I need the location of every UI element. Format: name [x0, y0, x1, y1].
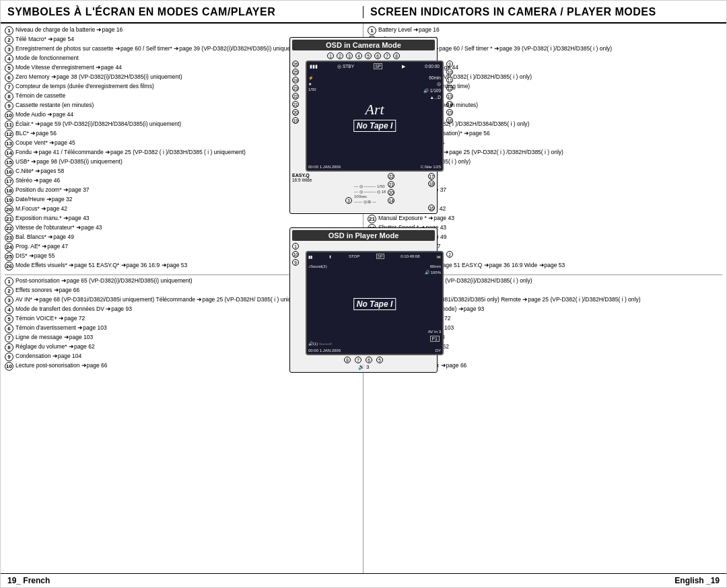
- item-number: 14: [5, 149, 13, 157]
- pl-sound: ♪Sound(2): [308, 264, 327, 268]
- player-top-nums: 1: [292, 243, 435, 250]
- item-text: Battery Level ➜page 16: [378, 26, 722, 34]
- cam-100p: ◎: [423, 81, 441, 87]
- item-number: 3: [5, 296, 13, 305]
- cam-n22: 22: [292, 93, 299, 100]
- pl-time: 0:10:48:08: [401, 254, 419, 258]
- player-bottom-bar: 00:00 1.JAN.2006 DY: [308, 348, 441, 353]
- item-number: 15: [5, 158, 13, 167]
- item-number: 20: [5, 205, 13, 214]
- item-number: 11: [5, 120, 13, 129]
- osd-player-box: OSD in Player Mode 1 10 9: [289, 227, 438, 373]
- cam-num-2: 2: [337, 52, 343, 59]
- pl-batt: ▮▮: [308, 254, 312, 259]
- player-center: No Tape I: [353, 297, 396, 310]
- cam-easyq-area: EASY.Q 16:9 Wide: [292, 173, 312, 204]
- pl-bn6: 6: [366, 357, 372, 363]
- header: SYMBOLES À L'ÉCRAN EN MODES CAM/PLAYER S…: [1, 1, 726, 24]
- cam-169wide-label: 16:9 Wide: [292, 178, 312, 182]
- item-number: 25: [5, 252, 13, 261]
- pl-sp: SP: [376, 254, 384, 259]
- cam-ind2: — ◎ ——— ◎ 18: [354, 189, 386, 194]
- pl-dv: DY: [436, 348, 441, 353]
- cam-center-bottom-indicators: — ◎ ——— 1/50 — ◎ ——— ◎ 18 100sec —— ◎ ⊞ …: [354, 184, 386, 204]
- pl-datetime: 00:00 1.JAN.2006: [308, 348, 341, 353]
- pl-vol: 🔊(1) ○——○: [308, 342, 332, 346]
- item-number: 22: [5, 224, 13, 233]
- cam-battery: ▮▮▮: [310, 64, 318, 69]
- cam-n25: 25: [292, 69, 299, 75]
- cam-n20: 20: [292, 109, 299, 116]
- item-number: 10: [5, 111, 13, 120]
- cam-bottom-bar: 00:00 1.JAN.2006 C.Nite 1/25: [308, 165, 441, 169]
- cam-art-text: Art: [353, 101, 396, 118]
- cam-time: 0:00:00: [425, 64, 440, 69]
- cam-notape: No Tape I: [353, 120, 396, 132]
- item-number: 12: [5, 130, 13, 139]
- item-number: 18: [5, 186, 13, 195]
- pl-rn2: 2: [446, 251, 453, 258]
- player-top-bar: ▮▮ ⬆ STOP SP 0:10:48:08 📼: [308, 254, 441, 259]
- pl-stop: STOP: [349, 254, 359, 258]
- osd-camera-box: OSD in Camera Mode 1 2 3 4 5 6 7 8 26: [289, 37, 438, 214]
- pl-bn8: 8: [344, 357, 351, 363]
- player-notape: No Tape I: [353, 298, 396, 310]
- cam-100sec: 100sec: [354, 194, 386, 198]
- cam-screen-wrapper: ▮▮▮ ◎ STBY SP ▶ 0:00:00 60min ◎ 🔊 1/100: [306, 61, 444, 172]
- cam-num-1: 1: [327, 52, 334, 59]
- item-number: 1: [368, 26, 376, 35]
- cam-num16b: 16: [428, 205, 435, 211]
- item-number: 5: [5, 64, 13, 73]
- item-number: 3: [5, 45, 13, 54]
- cam-right-bottom-nums: 22 21 20 14: [388, 173, 394, 204]
- cam-n26: 26: [292, 61, 299, 67]
- player-f1: F1: [430, 336, 440, 342]
- cam-cnite: C.Nite 1/25: [421, 165, 441, 169]
- cam-rn13: 13: [446, 93, 453, 100]
- item-number: 19: [5, 196, 13, 205]
- item-number: 8: [5, 92, 13, 101]
- cam-li1: ⚡: [308, 75, 316, 80]
- player-vol-bar: 🔊(1) ○——○: [308, 341, 332, 346]
- item-number: 8: [5, 343, 13, 352]
- cam-rn14: 14: [446, 101, 453, 108]
- cam-spkr: 🔊 1/100: [423, 88, 441, 94]
- cam-left-side: ⚡ ★ 1/50: [308, 75, 316, 91]
- cam-rec-icon: ▶: [402, 64, 405, 69]
- cam-rn15: 15: [446, 109, 453, 116]
- item-number: 1: [5, 26, 13, 35]
- cam-right-side: 60min ◎ 🔊 1/100 ▲...D: [423, 75, 441, 100]
- pl-bn5: 5: [376, 357, 383, 363]
- player-spkr-row: 🔊 3: [292, 364, 435, 370]
- cam-n19: 19: [292, 117, 299, 124]
- cam-bottom-annot: EASY.Q 16:9 Wide 3 — ◎ ——— 1/50 — ◎ ——— …: [292, 173, 435, 204]
- cam-rbn20: 20: [388, 189, 394, 196]
- item-number: 21: [5, 215, 13, 223]
- cam-num-6: 6: [374, 52, 381, 59]
- pl-arrow: ⬆: [328, 254, 332, 259]
- cam-stby: ◎ STBY: [337, 64, 354, 69]
- cam-num-8: 8: [393, 52, 400, 59]
- item-number: 26: [5, 262, 13, 270]
- page-container: SYMBOLES À L'ÉCRAN EN MODES CAM/PLAYER S…: [0, 0, 727, 588]
- list-item: 1Niveau de charge de la batterie ➜page 1…: [5, 26, 359, 35]
- player-left-side: ♪Sound(2): [308, 264, 327, 268]
- pl-ln10: 10: [292, 251, 299, 258]
- cam-left-nums: 26 25 24 23 22 21 20 19: [292, 61, 303, 172]
- player-avin: AV In 3: [428, 330, 441, 334]
- item-number: 6: [5, 324, 13, 333]
- cam-li3: 1/50: [308, 87, 316, 91]
- list-item: 1Battery Level ➜page 16: [368, 26, 722, 35]
- item-number: 9: [5, 353, 13, 361]
- cam-rn11: 11: [446, 77, 453, 83]
- item-number: 23: [5, 233, 13, 242]
- item-text: Niveau de charge de la batterie ➜page 16: [15, 26, 359, 34]
- osd-player-title: OSD in Player Mode: [292, 230, 435, 241]
- footer-right: English _19: [674, 576, 720, 585]
- cam-osd-layout: 26 25 24 23 22 21 20 19: [292, 61, 435, 172]
- cam-right-nums: 9 10 11 12 13 14 15 16: [446, 61, 457, 172]
- player-spkr-icon: 🔊 3: [358, 364, 370, 370]
- player-screen: ▮▮ ⬆ STOP SP 0:10:48:08 📼 60min 🔊 100%: [306, 251, 444, 355]
- cam-last-nums: 16: [292, 205, 435, 211]
- cam-num-4: 4: [355, 52, 362, 59]
